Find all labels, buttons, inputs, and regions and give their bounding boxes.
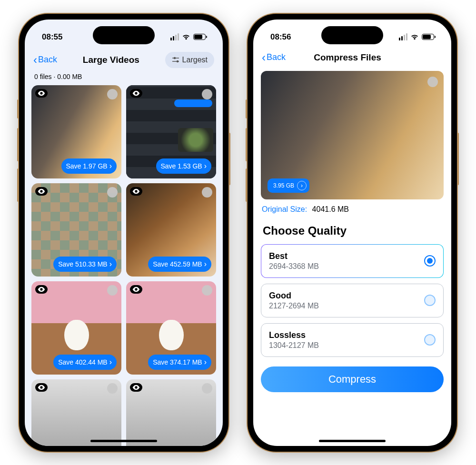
back-button[interactable]: ‹ Back bbox=[33, 54, 57, 66]
cellular-icon bbox=[399, 33, 407, 40]
back-label: Back bbox=[267, 52, 286, 62]
select-circle[interactable] bbox=[202, 285, 212, 296]
save-badge[interactable]: Save 510.33 MB› bbox=[53, 257, 117, 272]
video-thumb[interactable]: Save 402.44 MB› bbox=[31, 281, 121, 375]
save-badge[interactable]: Save 1.53 GB› bbox=[156, 158, 212, 174]
radio-selected-icon[interactable] bbox=[424, 255, 436, 267]
save-badge[interactable]: Save 374.17 MB› bbox=[148, 355, 211, 370]
page-title: Large Videos bbox=[83, 55, 139, 65]
radio-unselected-icon[interactable] bbox=[424, 295, 436, 306]
preview-icon[interactable] bbox=[130, 89, 142, 98]
chevron-right-icon: › bbox=[109, 162, 112, 170]
select-circle[interactable] bbox=[107, 89, 118, 99]
select-circle[interactable] bbox=[202, 383, 212, 394]
home-indicator[interactable] bbox=[319, 440, 386, 442]
compress-button[interactable]: Compress bbox=[261, 366, 444, 392]
quality-option-lossless[interactable]: Lossless 1304-2127 MB bbox=[261, 323, 444, 357]
save-badge[interactable]: Save 452.59 MB› bbox=[148, 257, 211, 272]
status-time: 08:55 bbox=[42, 32, 62, 42]
select-circle[interactable] bbox=[107, 187, 118, 198]
phone-mockup-left: 08:55 ‹ Back Large Videos Largest 0 file… bbox=[19, 14, 228, 452]
chevron-left-icon: ‹ bbox=[33, 54, 37, 66]
phone-mockup-right: 08:56 ‹ Back Compress Files 3.95 GB › Or bbox=[248, 14, 457, 452]
dynamic-island bbox=[93, 26, 155, 44]
video-thumb[interactable] bbox=[31, 379, 121, 446]
filter-icon bbox=[172, 57, 179, 63]
quality-option-best[interactable]: Best 2694-3368 MB bbox=[261, 244, 444, 278]
preview-icon[interactable] bbox=[130, 383, 142, 392]
preview-icon[interactable] bbox=[35, 187, 48, 196]
video-thumb[interactable]: Save 510.33 MB› bbox=[31, 183, 121, 277]
select-circle[interactable] bbox=[107, 285, 118, 296]
chevron-right-icon: › bbox=[204, 358, 207, 366]
preview-icon[interactable] bbox=[35, 383, 48, 392]
original-size-value: 4041.6 MB bbox=[312, 205, 349, 213]
select-circle[interactable] bbox=[427, 77, 438, 87]
nav-bar: ‹ Back Compress Files bbox=[253, 45, 451, 68]
original-size-label: Original Size: bbox=[262, 205, 307, 213]
wifi-icon bbox=[410, 34, 419, 40]
selection-status: 0 files · 0.00 MB bbox=[25, 73, 223, 85]
cellular-icon bbox=[170, 33, 179, 40]
select-circle[interactable] bbox=[202, 89, 212, 99]
chevron-right-icon: › bbox=[109, 260, 112, 268]
filter-label: Largest bbox=[182, 56, 208, 64]
status-time: 08:56 bbox=[270, 32, 291, 42]
nav-bar: ‹ Back Large Videos Largest bbox=[25, 45, 223, 73]
back-button[interactable]: ‹ Back bbox=[262, 52, 286, 63]
video-grid[interactable]: Save 1.97 GB› Save 1.53 GB› Save 510.33 … bbox=[25, 85, 223, 446]
dynamic-island bbox=[321, 26, 383, 44]
quality-option-good[interactable]: Good 2127-2694 MB bbox=[261, 284, 444, 317]
chevron-right-icon: › bbox=[297, 181, 307, 190]
select-circle[interactable] bbox=[202, 187, 212, 198]
video-thumb[interactable]: Save 374.17 MB› bbox=[126, 281, 216, 375]
preview-icon[interactable] bbox=[130, 285, 142, 294]
wifi-icon bbox=[182, 34, 190, 40]
battery-icon bbox=[422, 34, 434, 40]
file-size-chip[interactable]: 3.95 GB › bbox=[268, 178, 309, 193]
chevron-left-icon: ‹ bbox=[262, 52, 266, 63]
video-thumb[interactable]: Save 1.97 GB› bbox=[31, 85, 121, 178]
quality-heading: Choose Quality bbox=[253, 221, 451, 244]
page-title: Compress Files bbox=[314, 52, 381, 63]
radio-unselected-icon[interactable] bbox=[424, 334, 436, 346]
battery-icon bbox=[193, 34, 206, 40]
home-indicator[interactable] bbox=[90, 440, 157, 442]
preview-icon[interactable] bbox=[35, 89, 48, 98]
back-label: Back bbox=[38, 55, 57, 65]
video-preview[interactable]: 3.95 GB › bbox=[261, 71, 444, 199]
preview-icon[interactable] bbox=[130, 187, 142, 196]
save-badge[interactable]: Save 1.97 GB› bbox=[61, 158, 117, 174]
video-thumb[interactable] bbox=[126, 379, 216, 446]
quality-options: Best 2694-3368 MB Good 2127-2694 MB Loss… bbox=[253, 244, 451, 357]
chevron-right-icon: › bbox=[204, 162, 207, 170]
chevron-right-icon: › bbox=[204, 260, 207, 268]
select-circle[interactable] bbox=[107, 383, 118, 394]
chevron-right-icon: › bbox=[109, 358, 112, 366]
original-size-line: Original Size: 4041.6 MB bbox=[253, 203, 451, 221]
preview-icon[interactable] bbox=[35, 285, 48, 294]
video-thumb[interactable]: Save 452.59 MB› bbox=[126, 183, 216, 277]
save-badge[interactable]: Save 402.44 MB› bbox=[53, 355, 117, 370]
sort-filter-button[interactable]: Largest bbox=[165, 52, 214, 68]
video-thumb[interactable]: Save 1.53 GB› bbox=[126, 85, 216, 178]
